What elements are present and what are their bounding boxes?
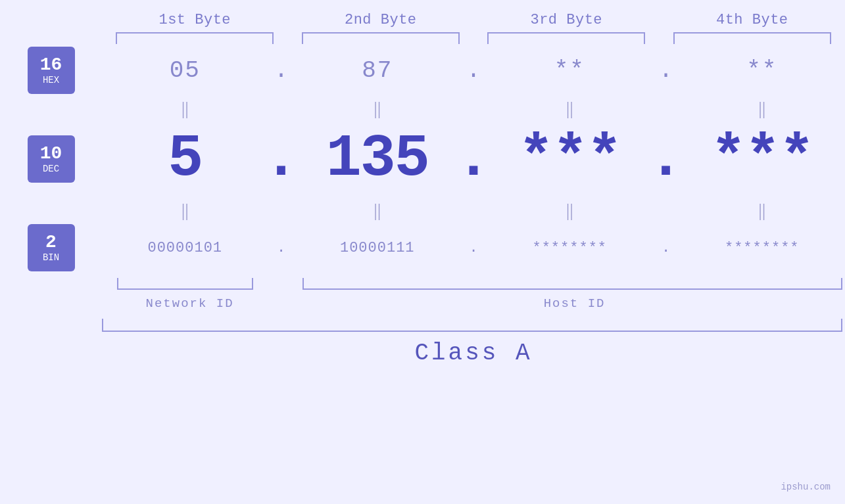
bin-badge: 2 BIN	[28, 224, 75, 271]
dec-b4: ***	[711, 126, 813, 193]
bracket-line-3	[487, 32, 645, 44]
bottom-section: Network ID Host ID Class A	[102, 275, 845, 367]
byte4-header: 4th Byte	[660, 12, 846, 28]
hex-b3-cell: **	[487, 57, 653, 84]
dec-b1-cell: 5	[102, 126, 268, 193]
dec-dot2-sym: .	[456, 126, 491, 193]
bin-dot1: .	[268, 240, 295, 256]
equals-row-2: || || || ||	[102, 198, 845, 221]
hex-row: 05 . 87 . ** . **	[102, 44, 845, 97]
bracket-seg-2	[288, 32, 474, 44]
label-dot-spacer	[278, 296, 304, 311]
dec-badge-number: 10	[40, 144, 62, 164]
hex-b1-cell: 05	[102, 57, 268, 84]
hex-dot3: .	[653, 57, 679, 84]
bracket-seg-4	[660, 32, 846, 44]
hex-b2: 87	[362, 57, 393, 84]
dec-b3-cell: ***	[487, 126, 653, 193]
hex-dot2: .	[460, 57, 487, 84]
eq2-b2-sym: ||	[374, 200, 381, 221]
dec-b2-cell: 135	[295, 126, 461, 193]
eq1-b2: ||	[295, 98, 461, 119]
bin-badge-wrapper: 2 BIN	[28, 221, 75, 274]
eq1-b1-sym: ||	[181, 98, 189, 119]
byte1-header: 1st Byte	[102, 12, 288, 28]
bin-dot1-sym: .	[277, 240, 285, 256]
bracket-line-2	[302, 32, 460, 44]
eq2-b4: ||	[679, 200, 846, 221]
host-id-label: Host ID	[304, 296, 845, 311]
eq2-b1-sym: ||	[181, 200, 189, 221]
bin-row: 00000101 . 10000111 . ******** .	[102, 221, 845, 274]
bracket-line-4	[673, 32, 831, 44]
bin-b3-cell: ********	[487, 240, 653, 256]
bin-badge-label: BIN	[43, 252, 59, 263]
eq2-b1: ||	[102, 200, 268, 221]
hex-badge-number: 16	[40, 55, 62, 76]
hex-badge-label: HEX	[43, 75, 59, 85]
bin-b1-cell: 00000101	[102, 240, 268, 256]
dec-b2: 135	[326, 126, 429, 193]
bin-badge-number: 2	[45, 233, 57, 253]
hex-b4: **	[746, 57, 777, 84]
dec-row: 5 . 135 . *** . ***	[102, 120, 845, 198]
dec-b1: 5	[168, 126, 202, 193]
eq1-b4: ||	[679, 98, 846, 119]
bin-dot3: .	[653, 240, 679, 256]
eq1-b3-sym: ||	[566, 98, 573, 119]
eq1-b4-sym: ||	[758, 98, 765, 119]
bin-b3: ********	[532, 240, 607, 256]
dec-dot1-sym: .	[264, 126, 299, 193]
byte3-header: 3rd Byte	[473, 12, 660, 28]
hex-dot2-sym: .	[466, 57, 481, 84]
hex-dot1-sym: .	[274, 57, 289, 84]
bin-b1: 00000101	[147, 240, 222, 256]
dec-b3: ***	[518, 126, 621, 193]
class-label: Class A	[414, 340, 532, 367]
values-grid: 05 . 87 . ** . **	[102, 44, 845, 504]
id-labels-row: Network ID Host ID	[102, 296, 845, 311]
dec-dot2: .	[460, 126, 487, 193]
hex-badge-wrapper: 16 HEX	[28, 44, 75, 97]
hex-dot3-sym: .	[659, 57, 673, 84]
hex-b4-cell: **	[679, 57, 846, 84]
dec-dot3-sym: .	[648, 126, 684, 193]
eq1-b3: ||	[487, 98, 653, 119]
eq2-b2: ||	[295, 200, 461, 221]
dec-b4-cell: ***	[679, 126, 846, 193]
dec-dot1: .	[268, 126, 295, 193]
eq2-b3: ||	[487, 200, 653, 221]
hex-b2-cell: 87	[295, 57, 461, 84]
main-container: 1st Byte 2nd Byte 3rd Byte 4th Byte 16 H…	[0, 0, 845, 504]
equals-row-1: || || || ||	[102, 97, 845, 120]
content-wrapper: 16 HEX 10 DEC 2 BIN	[0, 44, 845, 504]
hex-b3: **	[554, 57, 585, 84]
bin-b4: ********	[725, 240, 800, 256]
bin-b2: 10000111	[340, 240, 415, 256]
bin-dot3-sym: .	[662, 240, 670, 256]
host-bracket-row	[102, 278, 845, 290]
byte2-header: 2nd Byte	[288, 12, 474, 28]
hex-dot1: .	[268, 57, 295, 84]
bin-b2-cell: 10000111	[295, 240, 461, 256]
bin-dot2-sym: .	[469, 240, 477, 256]
bin-b4-cell: ********	[679, 240, 846, 256]
watermark: ipshu.com	[781, 482, 831, 492]
eq1-b2-sym: ||	[374, 98, 381, 119]
eq2-b3-sym: ||	[566, 200, 573, 221]
bracket-seg-3	[473, 32, 660, 44]
bin-dot2: .	[460, 240, 487, 256]
eq2-b4-sym: ||	[758, 200, 765, 221]
network-id-label: Network ID	[102, 296, 278, 311]
dot-sp	[276, 278, 302, 290]
top-brackets	[0, 32, 845, 44]
hex-b1: 05	[170, 57, 201, 84]
bracket-line-1	[116, 32, 274, 44]
host-bracket	[302, 278, 842, 290]
byte-headers: 1st Byte 2nd Byte 3rd Byte 4th Byte	[0, 0, 845, 28]
dec-badge: 10 DEC	[28, 135, 75, 183]
dec-badge-wrapper: 10 DEC	[28, 120, 75, 198]
dec-dot3: .	[653, 126, 679, 193]
big-bracket	[102, 319, 842, 332]
host-bracket-spacer	[102, 278, 276, 290]
